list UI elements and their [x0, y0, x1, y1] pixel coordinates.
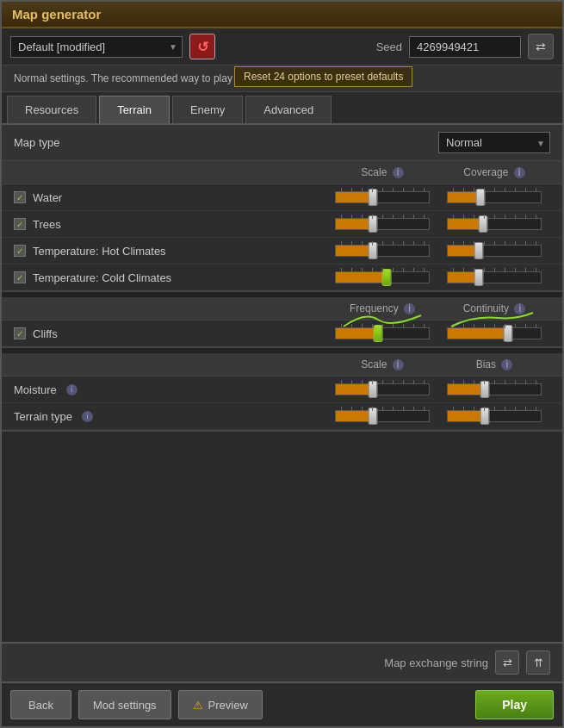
- cliffs-freq-arc: [335, 311, 430, 328]
- reset-button[interactable]: ↺: [189, 34, 215, 59]
- title-bar: Map generator: [2, 2, 562, 28]
- water-text: Water: [33, 191, 62, 204]
- temp-cold-row: ✓ Temperature: Cold Climates: [2, 264, 562, 290]
- water-label: ✓ Water: [14, 191, 326, 204]
- terrain-type-info-icon[interactable]: i: [82, 411, 93, 422]
- bottom-bias-info-icon[interactable]: i: [501, 359, 512, 370]
- tabs-container: Resources Terrain Enemy Advanced: [2, 92, 562, 125]
- temp-cold-text: Temperature: Cold Climates: [33, 271, 171, 284]
- terrain-type-row: Terrain type i: [2, 403, 562, 430]
- moisture-scale-slider[interactable]: [326, 380, 438, 399]
- map-generator-window: Map generator Default [modified] ↺ Reset…: [0, 0, 564, 728]
- terrain-section: Scale i Coverage i ✓ Water: [2, 161, 562, 292]
- bottom-header: Scale i Bias i: [2, 353, 562, 376]
- back-button[interactable]: Back: [10, 690, 71, 719]
- temp-cold-coverage-slider[interactable]: [438, 268, 550, 287]
- trees-checkbox[interactable]: ✓: [14, 218, 26, 230]
- temp-hot-scale-slider[interactable]: [326, 241, 438, 260]
- terrain-type-bias-slider[interactable]: [438, 407, 550, 426]
- tab-terrain[interactable]: Terrain: [99, 96, 170, 123]
- toolbar: Default [modified] ↺ Reset 24 options to…: [2, 28, 562, 65]
- cliffs-row: ✓ Cliffs: [2, 320, 562, 346]
- mod-settings-label: Mod settings: [93, 699, 157, 712]
- temp-hot-checkbox[interactable]: ✓: [14, 245, 26, 257]
- moisture-bias-slider[interactable]: [438, 380, 550, 399]
- bottom-section: Scale i Bias i Moisture i: [2, 353, 562, 432]
- water-coverage-slider[interactable]: [438, 188, 550, 207]
- temp-cold-label: ✓ Temperature: Cold Climates: [14, 271, 326, 284]
- trees-text: Trees: [33, 218, 61, 231]
- import-exchange-button[interactable]: ⇄: [495, 650, 519, 675]
- temp-hot-row: ✓ Temperature: Hot Climates: [2, 238, 562, 264]
- water-scale-slider[interactable]: [326, 188, 438, 207]
- map-type-label: Map type: [14, 136, 438, 149]
- moisture-row: Moisture i: [2, 376, 562, 403]
- randomize-seed-button[interactable]: ⇄: [528, 34, 554, 59]
- tab-terrain-label: Terrain: [117, 103, 152, 116]
- play-button[interactable]: Play: [475, 690, 554, 719]
- temp-hot-label: ✓ Temperature: Hot Climates: [14, 245, 326, 258]
- water-row: ✓ Water: [2, 184, 562, 211]
- bottom-bias-header: Bias i: [438, 358, 550, 370]
- cliffs-col1: [14, 302, 326, 314]
- bottom-scale-info-icon[interactable]: i: [393, 359, 404, 370]
- preview-label: Preview: [208, 699, 248, 712]
- cliffs-section: Frequency i Continuity i ✓ Cliffs: [2, 297, 562, 348]
- randomize-icon: ⇄: [536, 40, 546, 53]
- terrain-col2-header: Scale i: [326, 166, 438, 178]
- export-exchange-button[interactable]: ⇈: [526, 650, 550, 675]
- temp-hot-coverage-slider[interactable]: [438, 241, 550, 260]
- temp-hot-text: Temperature: Hot Climates: [33, 245, 166, 258]
- tab-resources[interactable]: Resources: [7, 96, 96, 123]
- content-area: Map type Normal Island Custom Scale i Co…: [2, 125, 562, 642]
- map-type-select-wrapper[interactable]: Normal Island Custom: [438, 132, 550, 153]
- map-type-select[interactable]: Normal Island Custom: [438, 132, 550, 153]
- temp-cold-scale-slider[interactable]: [326, 268, 438, 287]
- cliffs-continuity-slider[interactable]: [438, 324, 550, 343]
- import-icon: ⇄: [503, 656, 512, 669]
- moisture-label: Moisture i: [14, 383, 326, 396]
- reset-tooltip: Reset 24 options to preset defaults: [234, 66, 412, 87]
- trees-label: ✓ Trees: [14, 218, 326, 231]
- back-label: Back: [28, 699, 53, 712]
- terrain-type-text: Terrain type: [14, 410, 72, 423]
- preview-button[interactable]: ⚠ Preview: [178, 690, 263, 719]
- warning-icon: ⚠: [193, 699, 203, 712]
- terrain-col3-header: Coverage i: [438, 166, 550, 178]
- terrain-col1: [14, 166, 326, 178]
- cliffs-checkbox[interactable]: ✓: [14, 327, 26, 339]
- export-icon: ⇈: [534, 656, 543, 669]
- map-type-row: Map type Normal Island Custom: [2, 125, 562, 161]
- cliffs-label: ✓ Cliffs: [14, 327, 326, 340]
- tab-enemy-label: Enemy: [190, 103, 225, 116]
- trees-coverage-slider[interactable]: [438, 215, 550, 233]
- scale-info-icon[interactable]: i: [393, 167, 404, 178]
- seed-label: Seed: [376, 40, 402, 53]
- temp-cold-checkbox[interactable]: ✓: [14, 271, 26, 283]
- tab-advanced[interactable]: Advanced: [245, 96, 332, 123]
- coverage-info-icon[interactable]: i: [514, 167, 525, 178]
- tab-enemy[interactable]: Enemy: [172, 96, 243, 123]
- preset-select[interactable]: Default [modified]: [10, 36, 183, 58]
- seed-input[interactable]: [409, 36, 521, 58]
- terrain-type-scale-slider[interactable]: [326, 407, 438, 426]
- terrain-type-label: Terrain type i: [14, 410, 326, 423]
- tab-advanced-label: Advanced: [263, 103, 313, 116]
- mod-settings-button[interactable]: Mod settings: [78, 690, 171, 719]
- terrain-section-header: Scale i Coverage i: [2, 161, 562, 184]
- cliffs-text: Cliffs: [33, 327, 58, 340]
- cliffs-frequency-slider[interactable]: [326, 324, 438, 343]
- moisture-text: Moisture: [14, 383, 57, 396]
- reset-icon: ↺: [197, 39, 208, 55]
- play-label: Play: [502, 698, 527, 712]
- trees-scale-slider[interactable]: [326, 215, 438, 233]
- preset-select-wrapper[interactable]: Default [modified]: [10, 36, 183, 58]
- action-buttons: Back Mod settings ⚠ Preview Play: [2, 681, 562, 726]
- tab-resources-label: Resources: [25, 103, 78, 116]
- bottom-scale-header: Scale i: [326, 358, 438, 370]
- bottom-col1: [14, 358, 326, 370]
- footer: Map exchange string ⇄ ⇈: [2, 642, 562, 681]
- map-exchange-label: Map exchange string: [384, 656, 488, 669]
- water-checkbox[interactable]: ✓: [14, 191, 26, 203]
- moisture-info-icon[interactable]: i: [66, 384, 77, 395]
